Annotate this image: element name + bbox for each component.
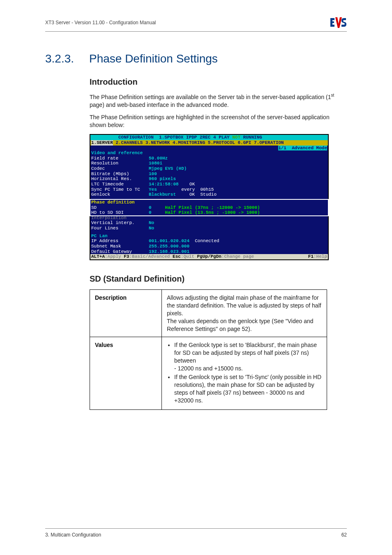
intro-para-2: The Phase Definition settings are highli… xyxy=(90,113,347,129)
desc-label: Description xyxy=(90,289,162,337)
page-header: XT3 Server - Version 11.00 - Configurati… xyxy=(45,16,347,32)
values-cell: If the Genlock type is set to 'Blackburs… xyxy=(162,337,327,409)
intro-para-1: The Phase Definition settings are availa… xyxy=(90,92,347,109)
evs-logo xyxy=(330,16,347,29)
header-left: XT3 Server - Version 11.00 - Configurati… xyxy=(45,20,156,25)
section-number: 3.2.3. xyxy=(45,52,74,65)
list-item: If the Genlock type is set to 'Tri-Sync'… xyxy=(174,373,322,405)
values-label: Values xyxy=(90,337,162,409)
list-item: If the Genlock type is set to 'Blackburs… xyxy=(174,341,322,372)
page-number: 62 xyxy=(341,532,347,538)
section-title: Phase Definition Settings xyxy=(89,52,218,65)
values-list: If the Genlock type is set to 'Blackburs… xyxy=(167,341,322,404)
footer-left: 3. Multicam Configuration xyxy=(45,532,101,538)
desc-text: Allows adjusting the digital main phase … xyxy=(162,289,327,337)
page-footer: 3. Multicam Configuration 62 xyxy=(45,528,347,538)
section-heading: 3.2.3. Phase Definition Settings xyxy=(45,51,347,66)
sd-heading: SD (Standard Definition) xyxy=(90,274,347,284)
sd-definition-table: Description Allows adjusting the digital… xyxy=(90,289,327,410)
terminal-screenshot: CONFIGURATION 1.SPOTBOX IPDP 2REC 4 PLAY… xyxy=(90,134,329,260)
intro-heading: Introduction xyxy=(90,77,347,87)
